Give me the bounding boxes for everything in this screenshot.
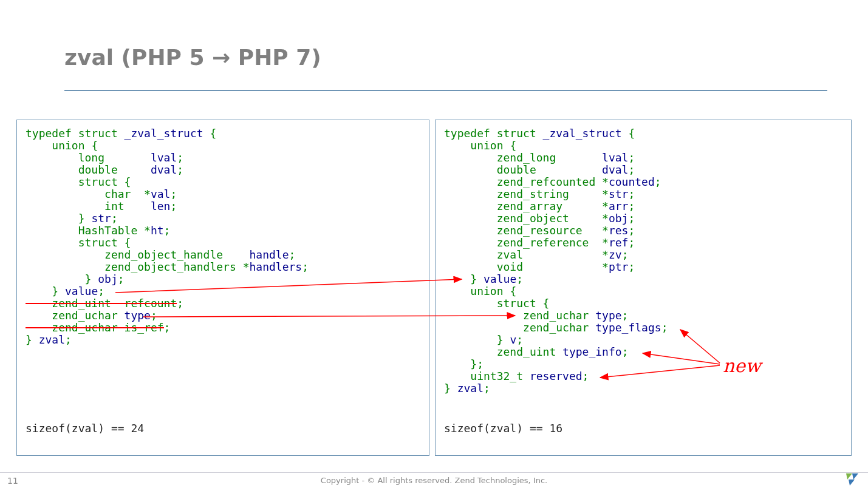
new-label: new xyxy=(723,355,761,376)
copyright-text: Copyright - © All rights reserved. Zend … xyxy=(0,476,868,485)
zend-logo-icon xyxy=(845,472,859,486)
title-rule xyxy=(64,90,827,91)
slide-title: zval (PHP 5 → PHP 7) xyxy=(64,45,321,70)
footer-rule xyxy=(0,472,868,473)
strike-refcount: zend_uint refcount xyxy=(26,297,177,310)
php7-sizeof: sizeof(zval) == 16 xyxy=(444,422,562,435)
strike-isref: zend_uchar is_ref xyxy=(26,321,164,334)
php5-sizeof: sizeof(zval) == 24 xyxy=(26,422,144,435)
php7-code: typedef struct _zval_struct { union { ze… xyxy=(444,127,842,395)
php7-code-box: typedef struct _zval_struct { union { ze… xyxy=(435,120,852,456)
php5-code: typedef struct _zval_struct { union { lo… xyxy=(26,127,420,346)
php5-code-box: typedef struct _zval_struct { union { lo… xyxy=(16,120,429,456)
slide: zval (PHP 5 → PHP 7) typedef struct _zva… xyxy=(0,0,868,488)
